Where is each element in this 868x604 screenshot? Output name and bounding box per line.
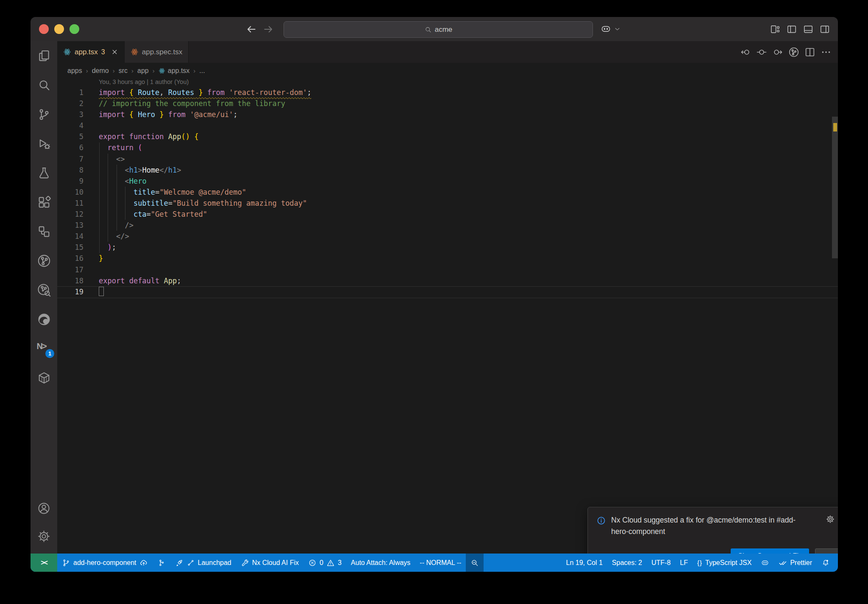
back-button[interactable] <box>246 24 257 35</box>
status-text: add-hero-component <box>73 559 136 567</box>
maximize-window-button[interactable] <box>70 24 79 34</box>
breadcrumb-item-apps[interactable]: apps <box>67 67 82 75</box>
status-text: Ln 19, Col 1 <box>566 559 603 567</box>
code-line-16: 16} <box>57 253 838 264</box>
chevron-down-icon <box>614 25 621 33</box>
breadcrumb-item-app.tsx[interactable]: app.tsx <box>159 67 190 75</box>
activity-bar-item-gitlens[interactable] <box>31 246 57 275</box>
vim-mode-item[interactable]: -- NORMAL -- <box>415 554 466 572</box>
react-file-icon <box>131 48 139 56</box>
breadcrumb-item-app[interactable]: app <box>137 67 149 75</box>
breadcrumb-item-demo[interactable]: demo <box>92 67 109 75</box>
line-number: 6 <box>57 142 99 153</box>
copilot-icon <box>600 23 612 35</box>
more-icon[interactable] <box>820 46 832 58</box>
line-number: 10 <box>57 187 99 198</box>
remote-indicator[interactable]: >< <box>31 554 57 572</box>
gear-icon <box>37 529 51 543</box>
code-editor[interactable]: You, 3 hours ago | 1 author (You) 1impor… <box>57 78 838 554</box>
line-number: 5 <box>57 131 99 142</box>
search-icon <box>424 26 432 34</box>
tab-app.tsx[interactable]: app.tsx3 <box>57 41 125 63</box>
breadcrumb-item-src[interactable]: src <box>119 67 128 75</box>
launchpad-item[interactable]: Launchpad <box>170 554 236 572</box>
close-window-button[interactable] <box>39 24 49 34</box>
notifications-bell-item[interactable] <box>817 554 835 572</box>
editor-group: app.tsx3app.spec.tsx apps›demo›src›app›a… <box>57 41 838 554</box>
activity-bar-item-debug[interactable] <box>31 129 57 158</box>
code-line-13: 13 /> <box>57 220 838 231</box>
activity-bar-item-nx[interactable]: N>1 <box>31 334 57 363</box>
search-icon <box>37 78 51 92</box>
line-number: 4 <box>57 120 99 131</box>
code-line-14: 14 </> <box>57 231 838 242</box>
activity-bar-item-gitlens-inspect[interactable] <box>31 275 57 305</box>
eol-item[interactable]: LF <box>675 554 693 572</box>
zoom-indicator-item[interactable] <box>466 554 484 572</box>
copilot-menu[interactable] <box>600 17 621 41</box>
flow-icon <box>37 224 51 239</box>
tab-app.spec.tsx[interactable]: app.spec.tsx <box>125 41 189 63</box>
layout-sidebar-left-icon[interactable] <box>786 24 797 35</box>
formatter-item[interactable]: Prettier <box>774 554 817 572</box>
status-text: Launchpad <box>198 559 231 567</box>
gl-circle-icon[interactable] <box>756 46 768 58</box>
activity-bar-item-beaker[interactable] <box>31 158 57 187</box>
auto-attach-item[interactable]: Auto Attach: Always <box>346 554 415 572</box>
git-branch-item[interactable]: add-hero-component <box>57 554 153 572</box>
layout-customize-icon[interactable] <box>770 24 781 35</box>
status-text: 3 <box>338 559 342 567</box>
react-file-icon <box>159 67 165 74</box>
gl-graph-icon[interactable] <box>788 46 800 58</box>
forward-button[interactable] <box>263 24 274 35</box>
problems-item[interactable]: 03 <box>303 554 346 572</box>
line-number: 13 <box>57 220 99 231</box>
copilot-status-item[interactable] <box>756 554 774 572</box>
gl-forward-icon[interactable] <box>772 46 784 58</box>
indentation-item[interactable]: Spaces: 2 <box>607 554 647 572</box>
language-mode-item[interactable]: {}TypeScript JSX <box>693 554 756 572</box>
gl-back-icon[interactable] <box>740 46 751 58</box>
command-center-search[interactable]: acme <box>284 21 593 38</box>
layout-panel-icon[interactable] <box>803 24 814 35</box>
nx-notification-badge: 1 <box>45 349 54 358</box>
line-number: 15 <box>57 242 99 253</box>
status-text: UTF-8 <box>651 559 670 567</box>
breadcrumb-separator: › <box>131 67 134 74</box>
line-number: 18 <box>57 275 99 286</box>
minimize-window-button[interactable] <box>54 24 64 34</box>
activity-bar-item-search[interactable] <box>31 70 57 100</box>
encoding-item[interactable]: UTF-8 <box>647 554 675 572</box>
activity-bar-item-account[interactable] <box>31 494 57 522</box>
nx-cloud-ai-fix-item[interactable]: Nx Cloud AI Fix <box>236 554 303 572</box>
layout-sidebar-right-icon[interactable] <box>819 24 830 35</box>
cursor-position-item[interactable]: Ln 19, Col 1 <box>562 554 607 572</box>
activity-bar-item-container[interactable] <box>31 363 57 392</box>
code-line-5: 5export function App() { <box>57 131 838 142</box>
breadcrumb-item-...[interactable]: ... <box>199 67 205 75</box>
activity-bar-item-source-control[interactable] <box>31 100 57 129</box>
git-branch-icon <box>62 559 70 567</box>
activity-bar-item-flow[interactable] <box>31 217 57 246</box>
editor-scrollbar[interactable] <box>832 117 838 258</box>
activity-bar-item-gear[interactable] <box>31 522 57 550</box>
code-line-8: 8 <h1>Home</h1> <box>57 165 838 176</box>
activity-bar-item-extensions[interactable] <box>31 187 57 217</box>
line-number: 16 <box>57 253 99 264</box>
notification-settings-gear-icon[interactable] <box>826 515 835 524</box>
activity-bar-item-edge[interactable] <box>31 305 57 334</box>
indent-guide <box>99 143 100 253</box>
code-line-10: 10 title="Welcmoe @acme/demo" <box>57 187 838 198</box>
title-bar: acme <box>31 17 838 41</box>
gitlens-icon <box>36 253 52 268</box>
code-line-18: 18export default App; <box>57 275 838 286</box>
status-text: Spaces: 2 <box>612 559 642 567</box>
cloud-upload-icon <box>139 559 148 567</box>
activity-bar-item-files[interactable] <box>31 41 57 70</box>
tab-close-icon[interactable] <box>111 48 118 56</box>
indent-guide <box>108 154 108 242</box>
line-number: 2 <box>57 98 99 109</box>
commit-graph-item[interactable] <box>153 554 170 572</box>
split-editor-icon[interactable] <box>804 46 816 58</box>
debug-icon <box>37 137 51 151</box>
